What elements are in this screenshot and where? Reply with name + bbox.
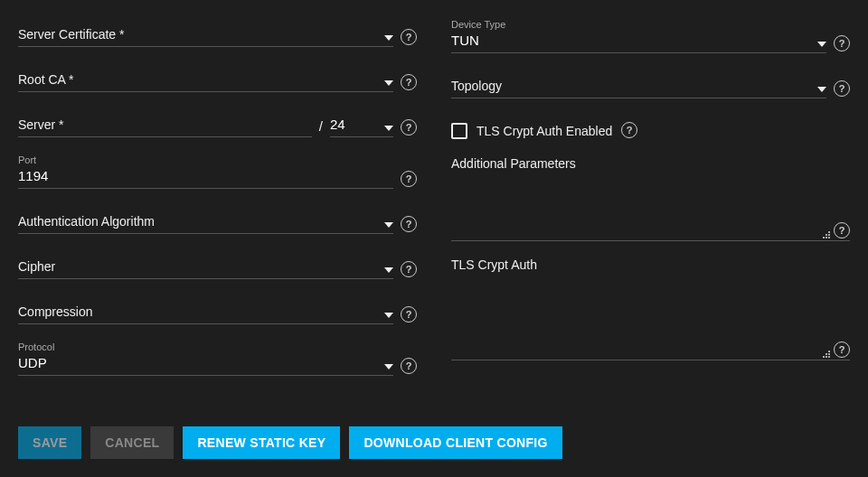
chevron-down-icon — [384, 126, 393, 131]
tls-crypt-auth-input[interactable]: ? — [451, 279, 850, 360]
chevron-down-icon — [384, 80, 393, 86]
server-cidr-select[interactable]: 24 — [330, 108, 393, 137]
compression-field[interactable]: Compression ? — [18, 295, 417, 324]
device-type-field[interactable]: Device Type TUN ? — [451, 18, 850, 53]
additional-parameters-field: Additional Parameters ? — [451, 156, 850, 257]
port-value: 1194 — [18, 166, 393, 186]
tls-crypt-auth-enabled-row: TLS Crypt Auth Enabled ? — [451, 122, 850, 140]
server-label: Server * — [18, 115, 64, 135]
help-icon[interactable]: ? — [401, 74, 417, 90]
chevron-down-icon — [384, 364, 393, 369]
root-ca-field[interactable]: Root CA * ? — [18, 63, 417, 92]
server-field: Server * / 24 ? — [18, 108, 417, 137]
server-certificate-field[interactable]: Server Certificate * ? — [18, 18, 417, 47]
help-icon[interactable]: ? — [401, 171, 417, 187]
chevron-down-icon — [384, 35, 393, 41]
chevron-down-icon — [384, 222, 393, 228]
server-input[interactable]: Server * — [18, 108, 312, 137]
save-button[interactable]: SAVE — [18, 426, 81, 459]
help-icon[interactable]: ? — [834, 341, 850, 358]
protocol-value: UDP — [18, 353, 377, 373]
server-cidr-value: 24 — [330, 115, 345, 135]
resize-handle-icon — [821, 229, 830, 238]
chevron-down-icon — [384, 313, 393, 318]
help-icon[interactable]: ? — [401, 119, 417, 136]
port-field[interactable]: Port 1194 ? — [18, 154, 417, 189]
help-icon[interactable]: ? — [401, 29, 417, 45]
tls-crypt-auth-enabled-label: TLS Crypt Auth Enabled — [476, 124, 612, 138]
tls-crypt-auth-enabled-checkbox[interactable] — [451, 123, 467, 139]
device-type-label: Device Type — [451, 18, 810, 31]
help-icon[interactable]: ? — [834, 80, 850, 97]
download-client-config-button[interactable]: DOWNLOAD CLIENT CONFIG — [349, 426, 561, 459]
auth-algorithm-field[interactable]: Authentication Algorithm ? — [18, 205, 417, 234]
additional-parameters-label: Additional Parameters — [451, 156, 850, 171]
server-certificate-label: Server Certificate * — [18, 24, 377, 44]
help-icon[interactable]: ? — [834, 35, 850, 51]
help-icon[interactable]: ? — [401, 306, 417, 323]
topology-label: Topology — [451, 76, 810, 96]
topology-field[interactable]: Topology ? — [451, 70, 850, 98]
device-type-value: TUN — [451, 31, 810, 51]
chevron-down-icon — [384, 267, 393, 273]
cancel-button[interactable]: CANCEL — [90, 426, 174, 459]
cipher-label: Cipher — [18, 257, 377, 276]
server-cidr-separator: / — [319, 118, 323, 137]
port-label: Port — [18, 154, 393, 166]
help-icon[interactable]: ? — [401, 261, 417, 277]
compression-label: Compression — [18, 302, 377, 322]
help-icon[interactable]: ? — [401, 358, 417, 374]
chevron-down-icon — [817, 87, 826, 92]
root-ca-label: Root CA * — [18, 70, 377, 89]
resize-handle-icon — [821, 349, 830, 358]
chevron-down-icon — [817, 42, 826, 47]
right-column: Device Type TUN ? Topology ? TLS Crypt A… — [451, 18, 850, 392]
protocol-field[interactable]: Protocol UDP ? — [18, 341, 417, 376]
left-column: Server Certificate * ? Root CA * ? Serve… — [18, 18, 417, 392]
cipher-field[interactable]: Cipher ? — [18, 250, 417, 279]
renew-static-key-button[interactable]: RENEW STATIC KEY — [183, 426, 340, 459]
tls-crypt-auth-field: TLS Crypt Auth ? — [451, 257, 850, 377]
help-icon[interactable]: ? — [401, 216, 417, 232]
tls-crypt-auth-label: TLS Crypt Auth — [451, 257, 850, 272]
config-form: Server Certificate * ? Root CA * ? Serve… — [0, 0, 868, 392]
auth-algorithm-label: Authentication Algorithm — [18, 211, 377, 231]
additional-parameters-input[interactable]: ? — [451, 178, 850, 241]
protocol-label: Protocol — [18, 341, 377, 353]
help-icon[interactable]: ? — [834, 222, 850, 238]
help-icon[interactable]: ? — [621, 122, 637, 138]
button-bar: SAVE CANCEL RENEW STATIC KEY DOWNLOAD CL… — [18, 426, 562, 459]
